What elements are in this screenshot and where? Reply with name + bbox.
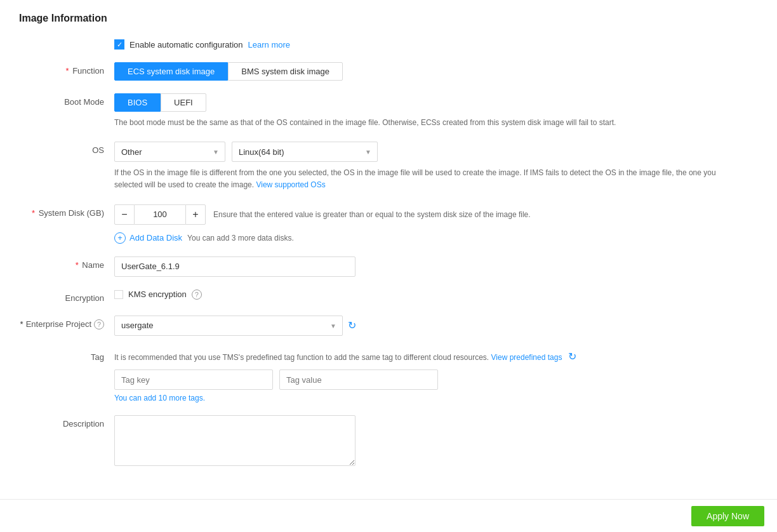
encryption-label: Encryption <box>19 289 114 303</box>
function-label: * Function <box>19 62 114 76</box>
name-row: * Name <box>19 256 758 277</box>
tag-value-input[interactable] <box>279 369 438 390</box>
os-type-wrapper: Other Windows Linux Ubuntu CentOS ▼ <box>114 142 225 162</box>
os-selects: Other Windows Linux Ubuntu CentOS ▼ Linu… <box>114 142 758 162</box>
function-btn-group: ECS system disk image BMS system disk im… <box>114 62 758 81</box>
os-version-wrapper: Linux(64 bit) Linux(32 bit) Other ▼ <box>232 142 378 162</box>
enterprise-refresh-icon[interactable]: ↻ <box>348 319 356 331</box>
enterprise-project-label-wrapper: * Enterprise Project ? <box>19 316 114 329</box>
os-version-select[interactable]: Linux(64 bit) Linux(32 bit) Other <box>232 142 378 162</box>
tag-add-note: You can add 10 more tags. <box>114 394 758 402</box>
tag-label: Tag <box>19 349 114 362</box>
description-content <box>114 415 758 468</box>
name-label: * Name <box>19 256 114 270</box>
boot-mode-row: Boot Mode BIOS UEFI The boot mode must b… <box>19 93 758 129</box>
disk-value-input[interactable] <box>135 204 185 225</box>
disk-note: Ensure that the entered value is greater… <box>213 210 531 219</box>
system-disk-label: * System Disk (GB) <box>19 204 114 218</box>
add-data-disk-button[interactable]: + Add Data Disk You can add 3 more data … <box>114 232 758 244</box>
add-data-disk-note: You can add 3 more data disks. <box>187 234 294 243</box>
view-predefined-tags-link[interactable]: View predefined tags <box>491 353 562 362</box>
enterprise-select-row: usergate default ▼ ↻ <box>114 316 758 336</box>
enterprise-project-required-star: * <box>20 319 23 329</box>
os-label: OS <box>19 142 114 155</box>
tag-row: Tag It is recommended that you use TMS's… <box>19 349 758 403</box>
view-supported-os-link[interactable]: View supported OSs <box>256 180 325 189</box>
function-content: ECS system disk image BMS system disk im… <box>114 62 758 81</box>
os-row: OS Other Windows Linux Ubuntu CentOS ▼ L… <box>19 142 758 191</box>
auto-config-label: Enable automatic configuration <box>130 40 243 50</box>
auto-config-row: ✓ Enable automatic configuration Learn m… <box>114 39 758 50</box>
tag-inputs <box>114 369 758 390</box>
disk-decrease-button[interactable]: − <box>114 204 135 225</box>
os-content: Other Windows Linux Ubuntu CentOS ▼ Linu… <box>114 142 758 191</box>
page-title: Image Information <box>19 13 758 24</box>
description-row: Description <box>19 415 758 468</box>
kms-encryption-checkbox[interactable] <box>114 290 123 299</box>
checkmark-icon: ✓ <box>117 41 123 48</box>
encryption-controls: KMS encryption ? <box>114 289 758 300</box>
enterprise-project-content: usergate default ▼ ↻ <box>114 316 758 336</box>
disk-increase-button[interactable]: + <box>185 204 206 225</box>
disk-input-group: − + <box>114 204 206 225</box>
encryption-row: Encryption KMS encryption ? <box>19 289 758 303</box>
function-bms-button[interactable]: BMS system disk image <box>228 62 343 81</box>
encryption-content: KMS encryption ? <box>114 289 758 300</box>
system-disk-required-star: * <box>32 208 35 218</box>
os-note: If the OS in the image file is different… <box>114 167 736 191</box>
add-data-disk-label: Add Data Disk <box>130 233 182 243</box>
enterprise-project-help-icon[interactable]: ? <box>94 319 104 329</box>
description-textarea[interactable] <box>114 415 355 466</box>
system-disk-input-area: − + Ensure that the entered value is gre… <box>114 204 758 225</box>
kms-label: KMS encryption <box>128 289 187 299</box>
boot-mode-content: BIOS UEFI The boot mode must be the same… <box>114 93 758 129</box>
kms-help-icon[interactable]: ? <box>192 289 202 300</box>
system-disk-row: * System Disk (GB) − + Ensure that the e… <box>19 204 758 244</box>
apply-now-button[interactable]: Apply Now <box>691 506 764 526</box>
add-data-disk-icon: + <box>114 232 126 244</box>
description-label: Description <box>19 415 114 429</box>
enterprise-project-select[interactable]: usergate default <box>114 316 343 336</box>
tag-key-input[interactable] <box>114 369 273 390</box>
tag-refresh-icon[interactable]: ↻ <box>568 351 576 362</box>
boot-mode-bios-button[interactable]: BIOS <box>114 93 161 112</box>
boot-mode-note: The boot mode must be the same as that o… <box>114 117 686 129</box>
os-type-select[interactable]: Other Windows Linux Ubuntu CentOS <box>114 142 225 162</box>
name-content <box>114 256 758 277</box>
boot-mode-uefi-button[interactable]: UEFI <box>161 93 206 112</box>
function-required-star: * <box>65 66 69 76</box>
boot-mode-label: Boot Mode <box>19 93 114 107</box>
name-input[interactable] <box>114 256 355 277</box>
function-ecs-button[interactable]: ECS system disk image <box>114 62 228 81</box>
tag-note: It is recommended that you use TMS's pre… <box>114 349 758 365</box>
learn-more-link[interactable]: Learn more <box>248 40 290 50</box>
enterprise-select-wrapper: usergate default ▼ <box>114 316 343 336</box>
function-row: * Function ECS system disk image BMS sys… <box>19 62 758 81</box>
auto-config-checkbox[interactable]: ✓ <box>114 39 124 50</box>
name-required-star: * <box>76 260 79 270</box>
footer-bar: Apply Now <box>0 499 777 532</box>
boot-mode-btn-group: BIOS UEFI <box>114 93 758 112</box>
enterprise-project-label: Enterprise Project <box>26 319 91 329</box>
tag-content: It is recommended that you use TMS's pre… <box>114 349 758 403</box>
system-disk-content: − + Ensure that the entered value is gre… <box>114 204 758 244</box>
enterprise-project-row: * Enterprise Project ? usergate default … <box>19 316 758 336</box>
